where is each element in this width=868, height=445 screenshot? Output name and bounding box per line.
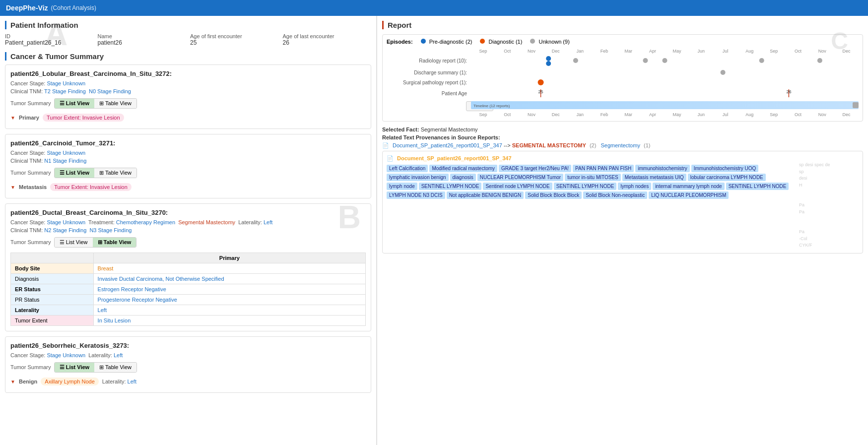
tag-liq[interactable]: LIQ NUCLEAR PLEOMORPHISM: [649, 191, 729, 199]
rad-dot-3[interactable]: [573, 58, 578, 63]
cancer-4-list-view-btn[interactable]: ☰ List View: [55, 363, 95, 372]
cancer-4-table-view-btn[interactable]: ⊞ Table View: [94, 363, 136, 372]
tag-diagnosis[interactable]: diagnosis: [450, 174, 476, 181]
rad-dot-2[interactable]: [546, 61, 551, 66]
provenance-arrow: -->: [504, 142, 512, 148]
bot-nov2: Nov: [810, 112, 834, 117]
provenance-h2[interactable]: Segmentectomy: [601, 142, 640, 148]
cancer-1-stage-link[interactable]: Stage Unknown: [47, 80, 85, 86]
tag-lobular[interactable]: lobular carcinoma LYMPH NODE: [688, 174, 766, 181]
cancer-3-segmental-link[interactable]: Segmental Mastectomy: [178, 219, 235, 225]
discharge-dot[interactable]: [721, 70, 726, 75]
cancer-3-list-view-btn[interactable]: ☰ List View: [55, 238, 93, 247]
tag-lymphnode[interactable]: lymph node: [387, 183, 417, 190]
cancer-4-view-row: Tumor Summary ☰ List View ⊞ Table View: [10, 360, 366, 376]
cancer-4-tumor-lat[interactable]: Left: [128, 379, 136, 384]
pr-label: PR Status: [11, 295, 94, 305]
cancer-4-lat-link[interactable]: Left: [114, 352, 123, 358]
last-encounter-value: 26: [283, 39, 372, 46]
bot-oct1: Oct: [495, 112, 520, 117]
cancer-1-table-view-btn[interactable]: ⊞ Table View: [94, 99, 136, 108]
tag-sentinel1[interactable]: SENTINEL LYMPH NODE: [419, 183, 482, 190]
cancer-1-stage-row: Cancer Stage: Stage Unknown: [10, 80, 366, 86]
provenance-doc-link[interactable]: Document_SP_patient26_report001_SP_347: [393, 142, 502, 148]
cancer-2-table-view-btn[interactable]: ⊞ Table View: [94, 168, 136, 178]
cancer-tumor-section: Cancer & Tumor Summary patient26_Lobular…: [5, 52, 371, 393]
cancer-1-view-row: Tumor Summary ☰ List View ⊞ Table View: [10, 96, 366, 112]
diagnosis-value[interactable]: Invasive Ductal Carcinoma, Not Otherwise…: [98, 276, 224, 282]
cancer-card-3: B patient26_Ductal_Breast_Carcinoma_In_S…: [5, 203, 371, 331]
rad-dot-7[interactable]: [817, 58, 822, 63]
doc-area-link[interactable]: Document_SP_patient26_report001_SP_347: [397, 155, 512, 161]
cancer-4-category: Benign: [19, 379, 37, 384]
extent-value[interactable]: In Situ Lesion: [98, 318, 131, 323]
cancer-card-1: patient26_Lobular_Breast_Carcinoma_In_Si…: [5, 64, 371, 129]
age-25-text: 25: [538, 89, 543, 94]
provenance-h1[interactable]: SEGMENTAL MASTECTOMY: [512, 142, 586, 148]
tag-block2[interactable]: Solid Block Non-neoplastic: [583, 191, 647, 199]
tag-lymphnodes[interactable]: lymph nodes: [618, 183, 651, 190]
rad-dot-1[interactable]: [546, 56, 551, 61]
bot-dec1: Dec: [543, 112, 568, 117]
cancer-2-tnm-row: Clinical TNM: N1 Stage Finding: [10, 158, 366, 164]
first-encounter-value: 25: [190, 39, 279, 46]
cancer-3-stage-link[interactable]: Stage Unknown: [47, 219, 85, 225]
rad-dot-5[interactable]: [663, 58, 668, 63]
tag-sentinel2[interactable]: SENTINEL LYMPH NODE: [554, 183, 617, 190]
name-label: Name: [98, 33, 187, 39]
month-sep1: Sep: [471, 49, 495, 54]
cancer-3-tnm-n3[interactable]: N3 Stage Finding: [89, 227, 132, 233]
tag-immuno1[interactable]: immunohistochemistry: [635, 165, 689, 172]
tag-internal-mammary[interactable]: internal mammary lymph node: [653, 183, 725, 190]
tag-pan[interactable]: PAN PAN PAN PAN FISH: [573, 165, 634, 172]
rad-dot-4[interactable]: [643, 58, 648, 63]
tag-grade[interactable]: GRADE 3 target Her2/Neu PA!: [499, 165, 571, 172]
provenance-row-1: 📄 Document_SP_patient26_report001_SP_347…: [382, 142, 863, 149]
tag-block1[interactable]: Solid Block Block Block: [525, 191, 582, 199]
cancer-2-stage-row: Cancer Stage: Stage Unknown: [10, 150, 366, 156]
tag-metastasis[interactable]: Metastasis metastasis UIQ: [622, 174, 686, 181]
cancer-1-list-view-btn[interactable]: ☰ List View: [55, 99, 95, 108]
cancer-card-1-title: patient26_Lobular_Breast_Carcinoma_In_Si…: [10, 70, 366, 77]
report-title: Report: [382, 21, 863, 29]
body-site-value[interactable]: Breast: [98, 265, 114, 271]
bot-apr1: Apr: [641, 112, 665, 117]
patient-info-section: Patient Information A ID Patient_patient…: [5, 21, 371, 46]
tag-nuclear[interactable]: NUCLEAR PLEOMORPHISM Tumor: [477, 174, 563, 181]
tag-not-applicable[interactable]: Not applicable BENIGN BENIGN: [447, 191, 524, 199]
tag-insitu[interactable]: tumor in-situ MITOSES: [565, 174, 621, 181]
tag-immuno2[interactable]: Immunohistochemistry UOQ: [691, 165, 759, 172]
diagnostic-dot: [480, 39, 485, 44]
cancer-1-tnm-t[interactable]: T2 Stage Finding: [44, 88, 86, 94]
pr-value[interactable]: Progesterone Receptor Negative: [98, 297, 177, 303]
tag-calcification[interactable]: Left Calcification: [387, 165, 428, 172]
cancer-3-view-toggle: ☰ List View ⊞ Table View: [54, 237, 137, 248]
cancer-1-tnm-n[interactable]: N0 Stage Finding: [89, 88, 131, 94]
rad-dot-6[interactable]: [759, 58, 764, 63]
cancer-3-tnm-n2[interactable]: N2 Stage Finding: [44, 227, 86, 233]
pre-diagnostic-legend: Pre-diagnostic (2): [421, 39, 472, 45]
cancer-4-stage-link[interactable]: Stage Unknown: [47, 352, 85, 358]
lat-value[interactable]: Left: [98, 307, 107, 313]
doc-faded-text: sp desi spec despdesiHPaPaPa-ColCYK/F: [799, 162, 859, 249]
surgical-dot[interactable]: [538, 79, 544, 85]
cancer-2-list-view-btn[interactable]: ☰ List View: [55, 168, 95, 178]
surgical-svg: [471, 78, 859, 86]
tag-sentinel3[interactable]: SENTINEL LYMPH NODE: [726, 183, 789, 190]
cancer-2-stage-link[interactable]: Stage Unknown: [47, 150, 85, 156]
bot-dec2: Dec: [834, 112, 859, 117]
cancer-3-treatment-link[interactable]: Chemotherapy Regimen: [116, 219, 175, 225]
doc-header: 📄 Document_SP_patient26_report001_SP_347: [387, 155, 859, 162]
cancer-3-table-view-btn[interactable]: ⊞ Table View: [93, 238, 136, 247]
tag-n3dcis[interactable]: LYMPH NODE N3 DCIS: [387, 191, 445, 199]
tag-sentinel-node[interactable]: Sentinel node LYMPH NODE: [483, 183, 552, 190]
cancer-3-laterality-link[interactable]: Left: [264, 219, 272, 225]
tag-lymphatic[interactable]: lymphatic invasion benign: [387, 174, 449, 181]
tag-mastectomy[interactable]: Modified radical mastectomy: [429, 165, 497, 172]
discharge-row: Discharge summary (1):: [387, 68, 859, 76]
er-value[interactable]: Estrogen Receptor Negative: [98, 286, 166, 292]
radiology-label: Radiology report (10):: [387, 58, 471, 64]
cancer-2-tnm-n1[interactable]: N1 Stage Finding: [44, 158, 86, 164]
timeline-bar[interactable]: Timeline (12 reports): [471, 101, 859, 109]
cancer-2-tumor-tag: Tumor Extent: Invasive Lesion: [50, 183, 132, 191]
